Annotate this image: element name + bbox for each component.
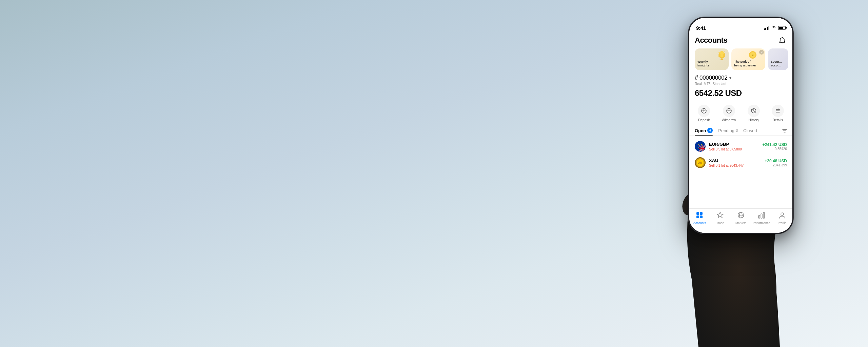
trade-item-xau[interactable]: Au XAU Sell 0.1 lot at 204 — [689, 155, 792, 171]
card-decoration-partner: ★ — [748, 50, 757, 61]
wifi-icon — [771, 25, 776, 30]
account-tags: Real MT5 Standard — [695, 82, 787, 86]
promo-card-weekly[interactable]: Weekly Insights — [695, 48, 729, 70]
card-decoration-weekly — [717, 50, 727, 63]
deposit-label: Deposit — [698, 118, 710, 122]
trade-info-eurgbp: EUR/GBP Sell 0.5 lot at 0.85800 — [709, 142, 759, 151]
tab-pending-badge: 3 — [736, 128, 738, 132]
nav-accounts-label: Accounts — [693, 221, 706, 225]
tab-open-label: Open — [695, 128, 706, 133]
trade-current-eurgbp: 0.85420 — [763, 147, 787, 151]
nav-accounts-icon — [696, 211, 703, 221]
promo-card-partner[interactable]: ✕ ★ The perk of being a partner — [731, 48, 765, 70]
bell-icon[interactable] — [777, 36, 787, 45]
nav-performance[interactable]: Performance — [751, 211, 772, 225]
svg-point-0 — [782, 37, 783, 38]
svg-rect-1 — [721, 59, 723, 60]
svg-rect-51 — [696, 216, 699, 218]
nav-markets[interactable]: Markets — [731, 211, 751, 225]
deposit-icon — [698, 105, 710, 117]
nav-profile[interactable]: Profile — [772, 211, 792, 225]
phone-frame: 9:41 — [688, 17, 793, 234]
tab-open-badge: 4 — [707, 128, 713, 133]
withdraw-icon — [723, 105, 735, 117]
tab-closed-label: Closed — [743, 128, 757, 133]
svg-text:Au: Au — [698, 161, 702, 165]
tab-pending-label: Pending — [718, 128, 734, 133]
history-button[interactable]: History — [748, 105, 760, 122]
details-label: Details — [772, 118, 783, 122]
nav-performance-icon — [758, 211, 765, 221]
promo-card-close-icon[interactable]: ✕ — [759, 50, 764, 55]
action-buttons: Deposit Withdraw — [689, 105, 792, 125]
svg-point-59 — [781, 213, 784, 216]
svg-text:★: ★ — [698, 144, 699, 145]
phone-screen: 9:41 — [689, 18, 792, 233]
app-content: Accounts — [689, 33, 792, 233]
status-time: 9:41 — [696, 25, 706, 31]
nav-trade[interactable]: Trade — [710, 211, 731, 225]
withdraw-button[interactable]: Withdraw — [722, 105, 736, 122]
trade-flag-xau: Au — [695, 157, 706, 168]
trade-detail-xau: Sell 0.1 lot at 2043.447 — [709, 164, 761, 167]
svg-rect-2 — [719, 60, 724, 60]
signal-icon — [764, 26, 770, 30]
history-label: History — [749, 118, 759, 122]
account-chevron-icon[interactable]: ▾ — [729, 76, 731, 80]
nav-accounts[interactable]: Accounts — [689, 211, 710, 225]
svg-rect-52 — [700, 216, 703, 218]
svg-point-7 — [718, 52, 720, 53]
svg-rect-56 — [758, 216, 760, 218]
promo-secure-label: Secur… acco… — [771, 60, 786, 67]
nav-trade-icon — [716, 211, 724, 221]
trade-flag-eurgbp: ★ ★ ★ ★ ★ ★ ★ ★ — [695, 141, 706, 152]
bottom-nav: Accounts Trade — [689, 208, 792, 233]
account-number: 000000002 — [699, 75, 727, 81]
svg-text:★: ★ — [751, 53, 754, 57]
account-balance: 6542.52 USD — [695, 88, 787, 98]
account-section: # 000000002 ▾ Real MT5 Standard 6542.52 … — [689, 73, 792, 105]
page-title: Accounts — [695, 36, 727, 45]
sort-icon[interactable] — [782, 128, 787, 135]
status-bar: 9:41 — [689, 18, 792, 33]
svg-point-8 — [724, 51, 725, 52]
status-icons — [764, 25, 786, 30]
phone-device: 9:41 — [688, 17, 793, 234]
tag-standard: Standard — [713, 82, 727, 86]
svg-rect-57 — [761, 214, 762, 218]
nav-performance-label: Performance — [753, 221, 770, 225]
promo-card-secure[interactable]: Secur… acco… — [768, 48, 788, 70]
account-number-row: # 000000002 ▾ — [695, 74, 787, 81]
trade-pair-xau: XAU — [709, 158, 761, 163]
nav-profile-icon — [778, 211, 786, 221]
svg-rect-58 — [763, 212, 765, 218]
nav-profile-label: Profile — [778, 221, 787, 225]
svg-rect-50 — [700, 212, 703, 215]
deposit-button[interactable]: Deposit — [698, 105, 710, 122]
svg-rect-49 — [696, 212, 699, 215]
hash-symbol: # — [695, 74, 698, 81]
nav-markets-label: Markets — [735, 221, 746, 225]
trade-detail-eurgbp: Sell 0.5 lot at 0.85800 — [709, 147, 759, 151]
trade-tabs: Open 4 Pending 3 Closed — [689, 125, 792, 136]
trade-current-xau: 2041.399 — [765, 163, 787, 167]
details-button[interactable]: Details — [772, 105, 784, 122]
tab-open[interactable]: Open 4 — [695, 128, 713, 135]
tag-real: Real — [695, 82, 702, 86]
battery-icon — [778, 26, 786, 30]
nav-trade-label: Trade — [716, 221, 724, 225]
trade-pair-eurgbp: EUR/GBP — [709, 142, 759, 147]
promo-partner-label: The perk of being a partner — [734, 60, 763, 67]
trade-item-eurgbp[interactable]: ★ ★ ★ ★ ★ ★ ★ ★ — [689, 138, 792, 155]
tab-pending[interactable]: Pending 3 — [718, 128, 738, 135]
nav-markets-icon — [737, 211, 745, 221]
accounts-header: Accounts — [689, 33, 792, 47]
tag-mt5: MT5 — [704, 82, 711, 86]
trade-pnl-xau: +20.48 USD — [765, 159, 787, 163]
trade-values-eurgbp: +241.42 USD 0.85420 — [763, 142, 787, 151]
promo-cards-container: Weekly Insights ✕ ★ — [689, 47, 792, 73]
details-icon — [772, 105, 784, 117]
trade-pnl-eurgbp: +241.42 USD — [763, 142, 787, 147]
tab-closed[interactable]: Closed — [743, 128, 757, 135]
trade-values-xau: +20.48 USD 2041.399 — [765, 159, 787, 167]
